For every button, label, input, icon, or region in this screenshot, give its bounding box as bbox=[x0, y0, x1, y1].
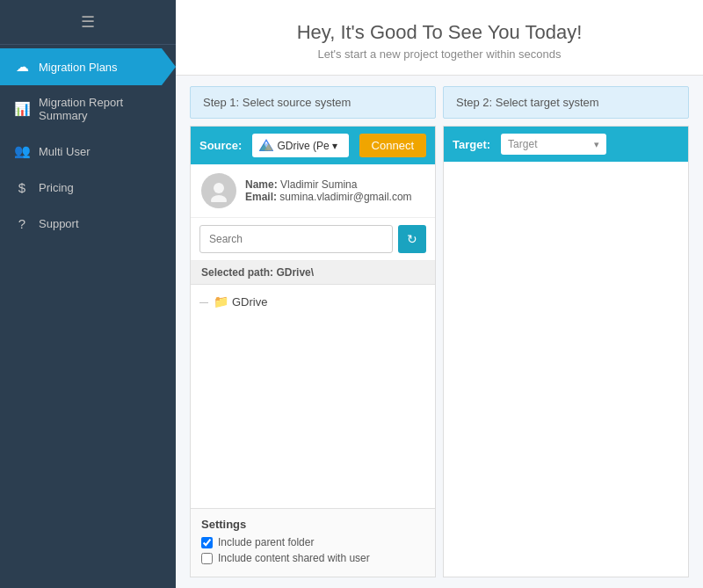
sidebar-item-label: Support bbox=[39, 217, 79, 230]
target-label: Target: bbox=[453, 138, 490, 151]
user-name: Name: Vladimir Sumina bbox=[245, 178, 412, 191]
step1-panel: Step 1: Select source system Source: bbox=[190, 86, 436, 577]
user-info: Name: Vladimir Sumina Email: sumina.vlad… bbox=[191, 164, 435, 218]
source-bar: Source: GDrive (Pe ▾ Connect bbox=[191, 127, 435, 164]
dollar-icon: $ bbox=[14, 180, 30, 195]
email-value: sumina.vladimir@gmail.com bbox=[279, 191, 411, 203]
step1-body: Source: GDrive (Pe ▾ Connect bbox=[190, 126, 436, 577]
avatar bbox=[201, 173, 236, 208]
settings-title: Settings bbox=[201, 518, 424, 531]
cloud-icon: ☁ bbox=[14, 59, 30, 75]
include-parent-folder-label: Include parent folder bbox=[218, 536, 314, 548]
sidebar-item-label: Multi User bbox=[39, 145, 91, 158]
refresh-button[interactable]: ↻ bbox=[398, 225, 426, 253]
sidebar-item-label: Migration Report Summary bbox=[39, 96, 162, 122]
page-header: Hey, It's Good To See You Today! Let's s… bbox=[176, 0, 703, 76]
step2-body: Target: Target bbox=[443, 126, 689, 577]
hamburger-icon[interactable]: ☰ bbox=[81, 12, 95, 32]
sidebar-header: ☰ bbox=[0, 0, 176, 45]
folder-icon: 📁 bbox=[214, 294, 228, 309]
include-parent-folder-option[interactable]: Include parent folder bbox=[201, 536, 424, 548]
source-dropdown[interactable]: GDrive (Pe ▾ bbox=[252, 134, 349, 157]
page-title: Hey, It's Good To See You Today! bbox=[190, 21, 689, 44]
sidebar-item-label: Migration Plans bbox=[39, 61, 118, 74]
target-body bbox=[444, 162, 688, 577]
email-label: Email: bbox=[245, 191, 277, 203]
selected-path-bar: Selected path: GDrive\ bbox=[191, 261, 435, 285]
include-shared-content-checkbox[interactable] bbox=[201, 553, 213, 564]
step1-header: Step 1: Select source system bbox=[190, 86, 436, 119]
step1-header-label: Step 1: Select source system bbox=[203, 96, 351, 109]
tree-item-label: GDrive bbox=[232, 295, 267, 309]
search-input[interactable] bbox=[199, 225, 393, 253]
sidebar-item-migration-plans[interactable]: ☁ Migration Plans bbox=[0, 48, 176, 85]
svg-point-4 bbox=[214, 183, 224, 193]
search-area: ↻ bbox=[191, 218, 435, 261]
include-shared-content-option[interactable]: Include content shared with user bbox=[201, 552, 424, 564]
target-dropdown[interactable]: Target bbox=[501, 134, 606, 155]
sidebar-item-multi-user[interactable]: 👥 Multi User bbox=[0, 133, 176, 170]
gdrive-icon bbox=[259, 138, 273, 153]
steps-container: Step 1: Select source system Source: bbox=[176, 76, 703, 588]
name-label: Name: bbox=[245, 178, 278, 191]
source-select-value: GDrive (Pe ▾ bbox=[277, 140, 337, 152]
selected-path-value: GDrive\ bbox=[276, 266, 314, 279]
target-select-wrap[interactable]: Target bbox=[501, 134, 606, 155]
settings-area: Settings Include parent folder Include c… bbox=[191, 508, 435, 577]
tree-item-gdrive[interactable]: — 📁 GDrive bbox=[199, 292, 426, 311]
name-value: Vladimir Sumina bbox=[280, 178, 357, 191]
main-content: Hey, It's Good To See You Today! Let's s… bbox=[176, 0, 703, 588]
refresh-icon: ↻ bbox=[407, 232, 417, 246]
sidebar-item-pricing[interactable]: $ Pricing bbox=[0, 170, 176, 206]
file-tree: — 📁 GDrive bbox=[191, 285, 435, 508]
user-details: Name: Vladimir Sumina Email: sumina.vlad… bbox=[245, 178, 412, 203]
source-label: Source: bbox=[199, 139, 242, 152]
include-shared-content-label: Include content shared with user bbox=[218, 552, 370, 564]
svg-point-5 bbox=[211, 195, 227, 202]
sidebar-item-label: Pricing bbox=[39, 181, 74, 194]
step2-header-label: Step 2: Select target system bbox=[456, 96, 599, 109]
expand-icon: — bbox=[199, 297, 210, 307]
step2-panel: Step 2: Select target system Target: Tar… bbox=[443, 86, 689, 577]
selected-path-label: Selected path: bbox=[201, 266, 273, 279]
page-subtitle: Let's start a new project together withi… bbox=[190, 47, 689, 61]
users-icon: 👥 bbox=[14, 143, 30, 159]
step2-header: Step 2: Select target system bbox=[443, 86, 689, 119]
sidebar: ☰ ☁ Migration Plans 📊 Migration Report S… bbox=[0, 0, 176, 588]
target-bar: Target: Target bbox=[444, 127, 688, 162]
user-email: Email: sumina.vladimir@gmail.com bbox=[245, 191, 412, 203]
connect-button[interactable]: Connect bbox=[359, 134, 426, 157]
bar-chart-icon: 📊 bbox=[14, 101, 30, 117]
include-parent-folder-checkbox[interactable] bbox=[201, 537, 213, 548]
sidebar-item-support[interactable]: ? Support bbox=[0, 206, 176, 242]
question-icon: ? bbox=[14, 216, 30, 231]
sidebar-nav: ☁ Migration Plans 📊 Migration Report Sum… bbox=[0, 45, 176, 242]
sidebar-item-migration-report[interactable]: 📊 Migration Report Summary bbox=[0, 85, 176, 133]
